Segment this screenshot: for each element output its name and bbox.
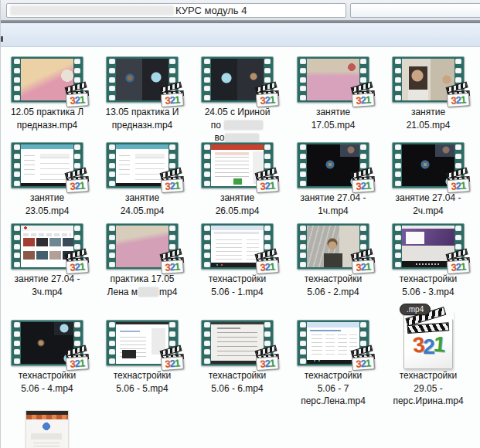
film-strip-icon: 321 bbox=[11, 56, 83, 103]
file-icon: 321 bbox=[95, 223, 189, 270]
file-item[interactable]: 321 технастройки5.06 - 5.mp4 bbox=[95, 320, 189, 395]
film-strip-icon: 321 bbox=[201, 320, 274, 366]
search-box[interactable] bbox=[350, 3, 480, 18]
file-icon: 321 bbox=[95, 56, 189, 103]
file-item[interactable]: 321 13.05 практика Ипредназн.mp4 bbox=[95, 56, 189, 131]
mpc-321-badge-icon: 321 bbox=[446, 85, 471, 107]
file-item[interactable]: 321 занятие 27.04 -3ч.mp4 bbox=[0, 223, 94, 298]
film-strip-icon: 321 bbox=[392, 223, 465, 270]
file-item[interactable]: 321 занятие21.05.mp4 bbox=[381, 56, 475, 131]
file-item[interactable]: 321 занятие24.05.mp4 bbox=[95, 142, 189, 217]
file-label: 13.05 практика Ипредназн.mp4 bbox=[95, 106, 189, 131]
mpc-321-badge-icon: 321 bbox=[255, 171, 281, 193]
file-label: технастройки5.06 - 5.mp4 bbox=[95, 369, 189, 395]
film-strip-icon: 321 bbox=[201, 142, 274, 188]
mpc-321-badge-icon: 321 bbox=[255, 348, 281, 371]
file-icon: 321 bbox=[381, 56, 475, 103]
file-icon: 321 bbox=[95, 320, 189, 366]
file-item[interactable]: 321 .mp4 технастройки29.05 -перс.Ирина.m… bbox=[381, 320, 475, 408]
file-label: технастройки5.06 - 3.mp4 bbox=[381, 273, 475, 298]
mpc-321-badge-icon: 321 bbox=[351, 348, 376, 371]
file-icon: 321 bbox=[190, 223, 284, 270]
mpc-321-badge-icon: 321 bbox=[255, 85, 281, 107]
file-icon bbox=[0, 410, 94, 448]
redaction-blur bbox=[138, 287, 158, 297]
file-item[interactable]: 321 занятие23.05.mp4 bbox=[0, 142, 94, 217]
file-item[interactable]: 321 практика 17.05Лена мmp4 bbox=[95, 223, 189, 298]
file-grid: 321 12.05 практика Лпредназн.mp4 321 bbox=[1, 47, 480, 448]
mpc-321-badge-icon: 321 bbox=[160, 252, 186, 274]
film-strip-icon: 321 bbox=[201, 223, 274, 270]
toolbar bbox=[1, 23, 480, 47]
mpc-321-badge-icon: 321 bbox=[351, 171, 376, 193]
file-item[interactable]: 321 технастройки5.06 - 2.mp4 bbox=[286, 223, 380, 298]
film-strip-icon: 321 bbox=[297, 142, 369, 188]
film-strip-icon: 321 bbox=[297, 56, 369, 103]
file-label: технастройки5.06 - 6.mp4 bbox=[190, 369, 284, 395]
file-label: технастройки29.05 -перс.Ирина.mp4 bbox=[381, 369, 475, 408]
file-icon: 321 bbox=[190, 56, 284, 103]
film-strip-icon: 321 bbox=[11, 320, 83, 366]
mpc-321-badge-icon: 321 bbox=[65, 171, 90, 193]
file-icon: 321 bbox=[190, 142, 284, 188]
file-item[interactable]: 321 технастройки5.06 - 7перс.Лена.mp4 bbox=[286, 320, 380, 408]
mpc-321-badge-icon: 321 bbox=[351, 252, 376, 274]
mpc-321-badge-icon: 321 bbox=[446, 252, 471, 274]
plain-thumbnail bbox=[26, 410, 69, 448]
file-icon: 321 bbox=[0, 56, 94, 103]
mpc-321-badge-icon: 321 bbox=[446, 171, 471, 193]
file-item[interactable]: 321 занятие 27.04 -2ч.mp4 bbox=[381, 142, 475, 217]
file-icon: 321 bbox=[286, 223, 380, 270]
file-item[interactable]: 321 занятие17.05.mp4 bbox=[286, 56, 380, 131]
file-label: занятие17.05.mp4 bbox=[286, 106, 380, 131]
file-item[interactable] bbox=[0, 410, 94, 448]
file-item[interactable]: 321 технастройки5.06 - 3.mp4 bbox=[381, 223, 475, 298]
mpc-321-badge-icon: 321 bbox=[65, 348, 90, 371]
file-icon: 321 bbox=[0, 320, 94, 366]
address-text: КУРС модуль 4 bbox=[175, 5, 247, 17]
explorer-window: КУРС модуль 4 321 bbox=[0, 0, 480, 448]
file-icon: 321 bbox=[381, 142, 475, 188]
file-item[interactable]: 321 12.05 практика Лпредназн.mp4 bbox=[0, 56, 94, 131]
film-strip-icon: 321 bbox=[106, 223, 179, 270]
file-label: технастройки5.06 - 2.mp4 bbox=[286, 273, 380, 298]
redaction-blur bbox=[224, 120, 263, 130]
file-label: занятие 27.04 -2ч.mp4 bbox=[381, 192, 475, 217]
mpc-321-badge-icon: 321 bbox=[65, 85, 90, 107]
file-label: занятие23.05.mp4 bbox=[0, 192, 94, 217]
mpc-321-badge-icon: 321 bbox=[160, 85, 186, 107]
mpc-321-badge-icon: 321 bbox=[351, 85, 376, 107]
file-label: занятие24.05.mp4 bbox=[95, 192, 189, 217]
file-icon: 321 bbox=[190, 320, 284, 366]
file-icon: 321 bbox=[381, 223, 475, 270]
file-label: занятие26.05.mp4 bbox=[190, 192, 284, 217]
address-bar[interactable]: КУРС модуль 4 bbox=[6, 3, 346, 18]
file-label: занятие 27.04 -3ч.mp4 bbox=[0, 273, 94, 298]
file-label: практика 17.05Лена мmp4 bbox=[95, 273, 189, 298]
file-icon: 321 bbox=[286, 142, 380, 188]
file-icon: 321 bbox=[286, 320, 380, 366]
film-strip-icon: 321 bbox=[106, 320, 179, 366]
mpc-321-badge-icon: 321 bbox=[160, 348, 186, 371]
mpc-321-badge-icon: 321 bbox=[160, 171, 186, 193]
mp4-extension-tag: .mp4 bbox=[400, 304, 431, 315]
file-item[interactable]: 321 занятие26.05.mp4 bbox=[190, 142, 284, 217]
film-strip-icon: 321 bbox=[201, 56, 274, 103]
film-strip-icon: 321 bbox=[297, 223, 369, 270]
file-item[interactable]: 321 24.05 с Иринойпо во bbox=[190, 56, 284, 144]
file-item[interactable]: 321 технастройки5.06 - 1.mp4 bbox=[190, 223, 284, 298]
film-strip-icon: 321 bbox=[11, 223, 83, 270]
titlebar: КУРС модуль 4 bbox=[1, 0, 480, 20]
file-icon: 321 bbox=[95, 142, 189, 188]
file-item[interactable]: 321 технастройки5.06 - 6.mp4 bbox=[190, 320, 284, 395]
film-strip-icon: 321 bbox=[392, 56, 465, 103]
file-icon: 321 bbox=[0, 142, 94, 188]
file-label: технастройки5.06 - 4.mp4 bbox=[0, 369, 94, 395]
mpc-321-badge-icon: 321 bbox=[65, 252, 90, 274]
file-icon: 321 .mp4 bbox=[381, 320, 475, 366]
film-strip-icon: 321 bbox=[392, 142, 465, 188]
file-label: занятие21.05.mp4 bbox=[381, 106, 475, 131]
file-item[interactable]: 321 технастройки5.06 - 4.mp4 bbox=[0, 320, 94, 395]
film-strip-icon: 321 bbox=[297, 320, 369, 366]
file-item[interactable]: 321 занятие 27.04 -1ч.mp4 bbox=[286, 142, 380, 217]
